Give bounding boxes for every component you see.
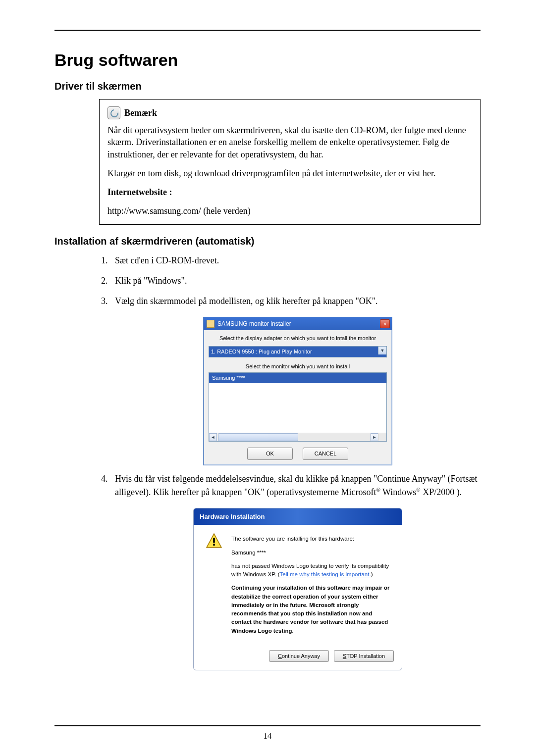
step-3: Vælg din skærmmodel på modellisten, og k… — [110, 295, 481, 465]
continue-mnemonic: C — [278, 653, 282, 659]
step-4-text-post: XP/2000 ). — [421, 487, 462, 497]
installer-prompt-adapter: Select the display adapter on which you … — [209, 334, 387, 343]
step-3-text: Vælg din skærmmodel på modellisten, og k… — [115, 296, 378, 306]
note-website-url: http://www.samsung.com/ (hele verden) — [107, 205, 472, 217]
cancel-button[interactable]: CANCEL — [303, 448, 348, 460]
adapter-select[interactable]: 1. RADEON 9550 : Plug and Play Monitor — [209, 346, 387, 357]
chevron-down-icon[interactable]: ▼ — [378, 347, 386, 354]
svg-rect-2 — [213, 544, 215, 546]
note-box: Bemærk Når dit operativsystem beder om s… — [99, 99, 481, 225]
hw-line-3: has not passed Windows Logo testing to v… — [231, 562, 392, 579]
hw-line-1: The software you are installing for this… — [231, 535, 354, 543]
adapter-select-row: 1. RADEON 9550 : Plug and Play Monitor ▼ — [209, 346, 387, 357]
note-paragraph-2: Klargør en tom disk, og download driverp… — [107, 167, 472, 179]
hw-dialog-titlebar[interactable]: Hardware Installation — [194, 508, 402, 525]
continue-rest: ontinue Anyway — [282, 653, 320, 659]
continue-anyway-button[interactable]: Continue Anyway — [269, 650, 329, 662]
step-4-text-mid: Windows — [380, 487, 416, 497]
page-title: Brug softwaren — [54, 50, 481, 70]
hw-top-lines: The software you are installing for this… — [231, 535, 354, 562]
monitor-list-item[interactable]: Samsung **** — [209, 373, 387, 383]
note-header: Bemærk — [107, 106, 472, 119]
footer-wrap: 14 — [54, 725, 481, 741]
hscrollbar[interactable]: ◄ ► — [209, 433, 378, 441]
step-list: Sæt cd'en i CD-ROM-drevet. Klik på "Wind… — [99, 254, 481, 671]
page-number: 14 — [54, 731, 481, 741]
hw-tell-me-why-link[interactable]: Tell me why this testing is important. — [280, 571, 371, 577]
pencil-note-icon — [107, 106, 120, 119]
hardware-installation-dialog: Hardware Installation Th — [193, 508, 402, 671]
hw-dialog-body: The software you are installing for this… — [194, 525, 402, 645]
close-icon[interactable]: × — [380, 319, 390, 328]
note-label: Bemærk — [124, 107, 157, 119]
hw-warning-paragraph: Continuing your installation of this sof… — [231, 584, 392, 635]
installer-app-icon — [207, 320, 214, 328]
hw-top-row: The software you are installing for this… — [206, 533, 392, 562]
installer-prompt-monitor: Select the monitor which you want to ins… — [209, 362, 387, 371]
installer-button-row: OK CANCEL — [209, 448, 387, 460]
section-heading-driver: Driver til skærmen — [54, 81, 481, 92]
registered-mark-1: ® — [376, 487, 380, 493]
installer-dialog: SAMSUNG monitor installer × Select the d… — [203, 317, 392, 465]
step-1: Sæt cd'en i CD-ROM-drevet. — [110, 254, 481, 267]
step-2: Klik på "Windows". — [110, 274, 481, 288]
scroll-right-icon[interactable]: ► — [371, 433, 378, 441]
hw-text-block: has not passed Windows Logo testing to v… — [231, 562, 392, 635]
section-heading-install: Installation af skærmdriveren (automatis… — [54, 236, 481, 247]
figure-installer-wrap: SAMSUNG monitor installer × Select the d… — [115, 317, 481, 465]
scroll-thumb[interactable] — [218, 433, 298, 441]
note-website-label: Internetwebsite : — [107, 186, 472, 198]
installer-title-left: SAMSUNG monitor installer — [207, 319, 291, 328]
installer-title-text: SAMSUNG monitor installer — [217, 319, 291, 328]
warning-icon — [206, 533, 222, 550]
installer-titlebar[interactable]: SAMSUNG monitor installer × — [204, 317, 392, 330]
stop-rest: TOP Installation — [346, 653, 385, 659]
hw-line-3-post: ) — [371, 571, 373, 577]
ok-button[interactable]: OK — [247, 448, 293, 460]
bottom-rule — [54, 725, 481, 726]
hw-line-2: Samsung **** — [231, 549, 354, 557]
scroll-left-icon[interactable]: ◄ — [209, 433, 217, 441]
figure-hw-dialog-wrap: Hardware Installation Th — [115, 508, 481, 671]
installer-body: Select the display adapter on which you … — [204, 330, 392, 465]
stop-installation-button[interactable]: STOP Installation — [334, 650, 394, 662]
step-4: Hvis du får vist følgende meddelelsesvin… — [110, 472, 481, 671]
monitor-listbox[interactable]: Samsung **** ◄ ► — [209, 372, 387, 442]
note-paragraph-1: Når dit operativsystem beder om skærmdri… — [107, 124, 472, 160]
svg-rect-1 — [213, 538, 215, 543]
registered-mark-2: ® — [416, 487, 420, 493]
scroll-corner — [378, 433, 386, 441]
hw-button-row: Continue Anyway STOP Installation — [194, 645, 402, 670]
top-rule — [54, 30, 481, 31]
